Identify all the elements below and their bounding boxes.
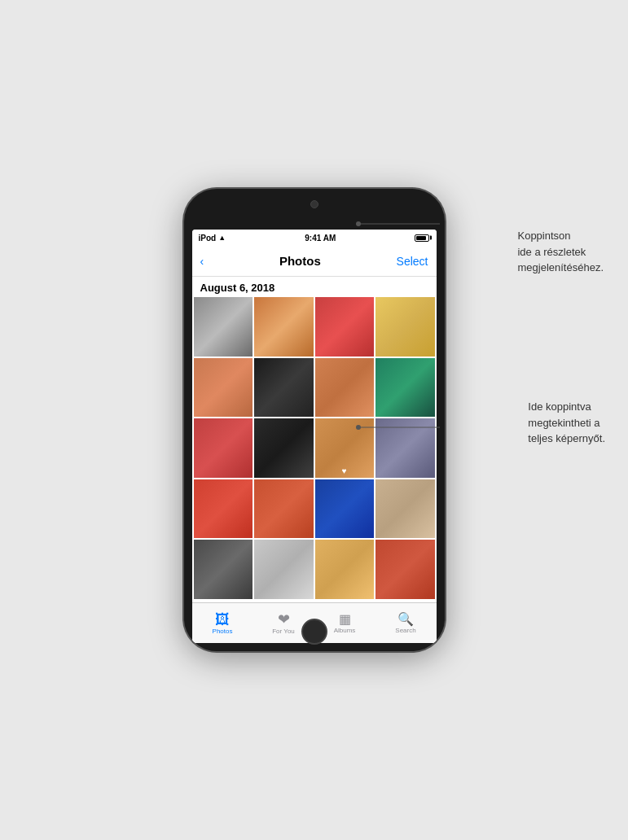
status-time: 9:41 AM [305, 234, 336, 243]
photo-cell[interactable] [315, 540, 375, 599]
wifi-icon: ▲ [218, 234, 226, 242]
photo-cell[interactable] [315, 479, 375, 539]
home-button[interactable] [301, 619, 327, 645]
carrier-label: iPod [199, 234, 217, 243]
for-you-icon: ❤ [278, 612, 290, 627]
grid-row [194, 540, 435, 599]
date-section-header[interactable]: August 6, 2018 [192, 277, 437, 297]
tab-search-label: Search [395, 628, 415, 634]
camera [310, 200, 318, 208]
photo-cell[interactable] [375, 297, 435, 357]
photo-cell[interactable] [375, 358, 435, 418]
tab-photos-label: Photos [213, 628, 233, 635]
chevron-left-icon: ‹ [200, 255, 204, 268]
grid-row [194, 297, 435, 357]
search-icon: 🔍 [397, 613, 414, 626]
tab-search[interactable]: 🔍 Search [375, 613, 437, 634]
tab-photos[interactable]: 🖼 Photos [192, 612, 253, 635]
photo-cell[interactable] [254, 358, 314, 418]
annotation-top-text: Koppintsonide a részletekmegjelenítéséhe… [517, 228, 604, 276]
heart-badge: ♥ [342, 466, 347, 475]
tab-albums-label: Albums [334, 628, 356, 634]
photo-cell[interactable] [254, 479, 314, 539]
photo-cell[interactable] [315, 297, 375, 357]
photo-cell[interactable] [375, 540, 435, 599]
annotation-bottom-text: Ide koppintvamegtekintheti ateljes képer… [528, 399, 605, 447]
select-button[interactable]: Select [397, 255, 428, 268]
grid-row [194, 358, 435, 418]
photo-cell[interactable] [194, 418, 253, 478]
grid-row [194, 479, 435, 539]
back-button[interactable]: ‹ [200, 255, 204, 268]
nav-bar: ‹ Photos Select [192, 246, 437, 277]
annotation-bottom-line [358, 415, 440, 440]
photo-cell[interactable] [254, 540, 314, 599]
page-title: Photos [279, 254, 321, 268]
photo-cell[interactable] [194, 358, 253, 418]
photo-cell[interactable] [194, 479, 253, 539]
photo-cell[interactable] [375, 479, 435, 539]
date-label: August 6, 2018 [200, 282, 275, 294]
photo-cell[interactable] [315, 358, 375, 418]
albums-icon: ▦ [339, 613, 351, 626]
svg-point-3 [356, 425, 361, 430]
tab-for-you-label: For You [272, 628, 295, 635]
photo-cell[interactable] [194, 297, 253, 357]
annotation-bottom: Ide koppintvamegtekintheti ateljes képer… [528, 399, 605, 447]
annotation-top-line [358, 212, 440, 236]
photo-cell[interactable] [254, 418, 314, 478]
photo-cell[interactable] [194, 540, 253, 599]
svg-point-1 [356, 221, 361, 226]
photo-cell[interactable] [254, 297, 314, 357]
photos-icon: 🖼 [215, 612, 230, 627]
photo-grid: ♥ [192, 297, 437, 602]
annotation-top: Koppintsonide a részletekmegjelenítéséhe… [517, 228, 604, 276]
